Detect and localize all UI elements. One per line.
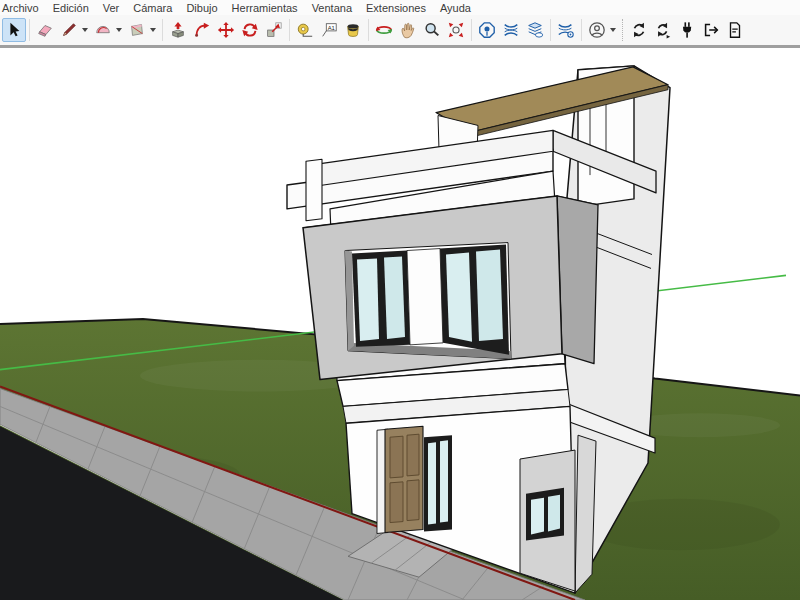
select-tool-button[interactable] bbox=[2, 18, 26, 42]
door-side-window bbox=[424, 435, 452, 531]
report-button[interactable] bbox=[723, 18, 747, 42]
tape-measure-icon bbox=[296, 21, 314, 39]
octagon-target-icon bbox=[478, 21, 496, 39]
sync-arrows-play-icon bbox=[654, 21, 672, 39]
text-label-icon: A1 bbox=[320, 21, 338, 39]
menu-ventana[interactable]: Ventana bbox=[305, 1, 359, 15]
wave-gear-icon bbox=[557, 21, 575, 39]
arc-tool-button[interactable] bbox=[91, 18, 115, 42]
account-dropdown[interactable] bbox=[610, 28, 616, 32]
menu-camara[interactable]: Cámara bbox=[126, 1, 179, 15]
parapet-corner-post bbox=[306, 159, 322, 221]
follow-me-icon bbox=[193, 21, 211, 39]
right-window-pane-2 bbox=[476, 250, 503, 341]
pan-hand-icon bbox=[399, 21, 417, 39]
pencil-icon bbox=[60, 21, 78, 39]
wave-pinch-icon bbox=[502, 21, 520, 39]
sketchup-window: Archivo Edición Ver Cámara Dibujo Herram… bbox=[0, 0, 800, 600]
front-door bbox=[385, 426, 423, 532]
paint-bucket-icon bbox=[344, 21, 362, 39]
menu-extensiones[interactable]: Extensiones bbox=[359, 1, 433, 15]
menu-dibujo[interactable]: Dibujo bbox=[179, 1, 224, 15]
eraser-tool-button[interactable] bbox=[33, 18, 57, 42]
extension-target-button[interactable] bbox=[475, 18, 499, 42]
window-divider-wall bbox=[407, 249, 443, 345]
layers-stack-icon bbox=[526, 21, 544, 39]
follow-me-tool-button[interactable] bbox=[190, 18, 214, 42]
select-cursor-icon bbox=[5, 21, 23, 39]
document-icon bbox=[726, 21, 744, 39]
paint-bucket-tool-button[interactable] bbox=[341, 18, 365, 42]
zoom-magnifier-icon bbox=[423, 21, 441, 39]
scale-tool-button[interactable] bbox=[262, 18, 286, 42]
push-pull-tool-button[interactable] bbox=[166, 18, 190, 42]
extension-layers-button[interactable] bbox=[523, 18, 547, 42]
menu-bar: Archivo Edición Ver Cámara Dibujo Herram… bbox=[0, 0, 800, 15]
move-icon bbox=[217, 21, 235, 39]
line-tool-dropdown[interactable] bbox=[82, 28, 88, 32]
text-tool-button[interactable]: A1 bbox=[317, 18, 341, 42]
synchronize-options-button[interactable] bbox=[651, 18, 675, 42]
right-window-pane-1 bbox=[446, 253, 472, 342]
menu-ayuda[interactable]: Ayuda bbox=[433, 1, 478, 15]
toolbar-separator bbox=[581, 19, 582, 41]
arc-tool-dropdown[interactable] bbox=[116, 28, 122, 32]
window-box bbox=[303, 196, 598, 380]
protractor-icon bbox=[94, 21, 112, 39]
orbit-tool-button[interactable] bbox=[372, 18, 396, 42]
window-box-side bbox=[557, 196, 598, 364]
account-button[interactable] bbox=[585, 18, 609, 42]
toolbar-separator bbox=[162, 19, 163, 41]
scale-icon bbox=[265, 21, 283, 39]
left-window-pane-2 bbox=[384, 256, 405, 338]
extension-flatten-button[interactable] bbox=[499, 18, 523, 42]
rectangle-icon bbox=[128, 21, 146, 39]
eraser-icon bbox=[36, 21, 54, 39]
toolbar-separator bbox=[368, 19, 369, 41]
toolbar-separator-dotted bbox=[622, 19, 624, 41]
toolbar-separator bbox=[289, 19, 290, 41]
toolbar: A1 bbox=[0, 15, 800, 48]
sync-arrows-icon bbox=[630, 21, 648, 39]
left-window-pane-1 bbox=[357, 258, 379, 340]
pan-tool-button[interactable] bbox=[396, 18, 420, 42]
rotate-tool-button[interactable] bbox=[238, 18, 262, 42]
menu-edicion[interactable]: Edición bbox=[46, 1, 96, 15]
menu-herramientas[interactable]: Herramientas bbox=[225, 1, 305, 15]
export-arrow-icon bbox=[702, 21, 720, 39]
account-person-icon bbox=[588, 21, 606, 39]
viewport-3d[interactable] bbox=[0, 48, 800, 600]
zoom-tool-button[interactable] bbox=[420, 18, 444, 42]
rectangle-tool-dropdown[interactable] bbox=[150, 28, 156, 32]
rotate-icon bbox=[241, 21, 259, 39]
tape-measure-tool-button[interactable] bbox=[293, 18, 317, 42]
line-tool-button[interactable] bbox=[57, 18, 81, 42]
toolbar-separator bbox=[29, 19, 30, 41]
synchronize-button[interactable] bbox=[627, 18, 651, 42]
toolbar-separator bbox=[550, 19, 551, 41]
rectangle-tool-button[interactable] bbox=[125, 18, 149, 42]
plug-icon bbox=[678, 21, 696, 39]
extension-process-button[interactable] bbox=[554, 18, 578, 42]
plugin-button[interactable] bbox=[675, 18, 699, 42]
zoom-extents-icon bbox=[447, 21, 465, 39]
zoom-extents-tool-button[interactable] bbox=[444, 18, 468, 42]
export-button[interactable] bbox=[699, 18, 723, 42]
menu-ver[interactable]: Ver bbox=[96, 1, 127, 15]
toolbar-separator bbox=[471, 19, 472, 41]
scene-3d[interactable] bbox=[0, 48, 800, 600]
move-tool-button[interactable] bbox=[214, 18, 238, 42]
svg-text:A1: A1 bbox=[328, 25, 335, 31]
menu-archivo[interactable]: Archivo bbox=[0, 1, 46, 15]
corner-small-window bbox=[526, 488, 564, 541]
push-pull-icon bbox=[169, 21, 187, 39]
orbit-icon bbox=[375, 21, 393, 39]
